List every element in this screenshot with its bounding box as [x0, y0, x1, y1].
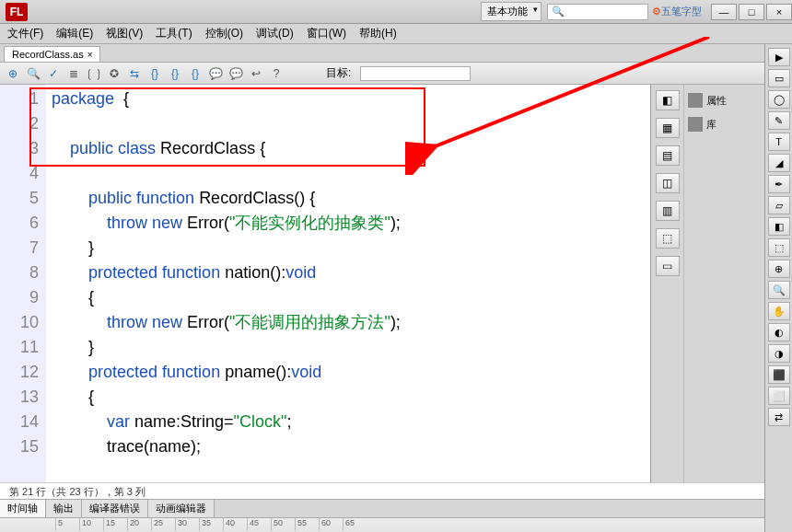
tool-4[interactable]: T: [768, 133, 790, 151]
bottom-tab-3[interactable]: 动画编辑器: [148, 500, 215, 517]
minimize-button[interactable]: —: [711, 4, 737, 20]
tool-10[interactable]: ⊕: [768, 260, 790, 278]
document-tab-bar: RecordClass.as ×: [0, 44, 792, 63]
actions-toolbar: ⊕ 🔍 ✓ ≣ ❲❳ ✪ ⇆ {} {} {} 💬 💬 ↩ ? 目标:: [0, 63, 792, 85]
ime-indicator: ⚙五笔字型: [652, 5, 702, 18]
panel-btn-3[interactable]: ◫: [656, 173, 680, 193]
menu-编辑[interactable]: 编辑(E): [56, 26, 93, 41]
bottom-tab-bar: 时间轴输出编译器错误动画编辑器: [0, 499, 792, 517]
comment-icon[interactable]: 💬: [208, 66, 223, 81]
workspace-dropdown[interactable]: 基本功能: [481, 2, 542, 21]
tool-1[interactable]: ▭: [768, 69, 790, 87]
panel-btn-5[interactable]: ⬚: [656, 228, 680, 249]
brace3-icon[interactable]: {}: [188, 66, 203, 81]
timeline-panel[interactable]: 5101520253035404550556065: [0, 517, 792, 532]
tool-17[interactable]: ⇄: [768, 408, 790, 426]
format-icon[interactable]: ≣: [66, 66, 81, 81]
menu-工具[interactable]: 工具(T): [156, 26, 192, 41]
wrap-icon[interactable]: ↩: [249, 66, 263, 81]
close-button[interactable]: ×: [766, 4, 792, 20]
panel-btn-2[interactable]: ▤: [656, 145, 680, 166]
bottom-tab-1[interactable]: 输出: [46, 500, 82, 517]
tool-9[interactable]: ⬚: [768, 238, 790, 257]
tool-14[interactable]: ◑: [768, 344, 790, 363]
document-tab[interactable]: RecordClass.as ×: [4, 46, 100, 62]
search-input[interactable]: 🔍: [547, 4, 648, 20]
add-icon[interactable]: ⊕: [6, 66, 20, 81]
maximize-button[interactable]: □: [739, 4, 764, 20]
app-logo: FL: [6, 3, 28, 21]
menu-窗口[interactable]: 窗口(W): [307, 26, 346, 41]
bottom-tab-0[interactable]: 时间轴: [0, 500, 46, 517]
code-area[interactable]: package { public class RecordClass { pub…: [46, 85, 650, 482]
tool-16[interactable]: ⬜: [768, 387, 790, 405]
tool-7[interactable]: ▱: [768, 196, 790, 214]
title-bar: FL 基本功能 🔍 ⚙五笔字型 — □ ×: [0, 0, 792, 24]
collapse-icon[interactable]: ⇆: [127, 66, 142, 81]
help-icon[interactable]: ?: [269, 66, 284, 81]
tool-0[interactable]: ▶: [768, 48, 790, 66]
menu-文件[interactable]: 文件(F): [7, 26, 43, 41]
check-icon[interactable]: ✓: [46, 66, 61, 81]
tool-12[interactable]: ✋: [768, 302, 790, 320]
tool-8[interactable]: ◧: [768, 217, 790, 236]
tool-13[interactable]: ◐: [768, 323, 790, 341]
tool-3[interactable]: ✎: [768, 111, 790, 130]
target-dropdown[interactable]: [360, 66, 471, 81]
properties-icon: [688, 93, 703, 108]
menu-帮助[interactable]: 帮助(H): [359, 26, 397, 41]
line-gutter: 123456789101112131415: [0, 85, 46, 482]
panel-btn-0[interactable]: ◧: [656, 90, 680, 110]
tool-5[interactable]: ◢: [768, 154, 790, 172]
tool-6[interactable]: ✒: [768, 175, 790, 193]
menu-控制[interactable]: 控制(O): [205, 26, 243, 41]
hint-icon[interactable]: ❲❳: [87, 66, 101, 81]
panel-btn-6[interactable]: ▭: [656, 256, 680, 276]
tab-close-icon[interactable]: ×: [87, 50, 93, 60]
tool-15[interactable]: ⬛: [768, 365, 790, 384]
tool-11[interactable]: 🔍: [768, 281, 790, 299]
tools-panel: ▶▭◯✎T◢✒▱◧⬚⊕🔍✋◐◑⬛⬜⇄: [764, 44, 792, 532]
tool-2[interactable]: ◯: [768, 90, 790, 109]
panel-btn-1[interactable]: ▦: [656, 118, 680, 138]
menu-视图[interactable]: 视图(V): [106, 26, 143, 41]
brace1-icon[interactable]: {}: [147, 66, 162, 81]
menu-bar: 文件(F)编辑(E)视图(V)工具(T)控制(O)调试(D)窗口(W)帮助(H): [0, 24, 792, 44]
menu-调试[interactable]: 调试(D): [256, 26, 294, 41]
debug-icon[interactable]: ✪: [107, 66, 122, 81]
library-icon: [688, 117, 703, 132]
find-icon[interactable]: 🔍: [26, 66, 41, 81]
code-editor[interactable]: 123456789101112131415 package { public c…: [0, 85, 650, 482]
status-bar: 第 21 行（共 23 行），第 3 列: [0, 482, 792, 499]
brace2-icon[interactable]: {}: [168, 66, 182, 81]
panel-btn-4[interactable]: ▥: [656, 201, 680, 221]
uncomment-icon[interactable]: 💬: [228, 66, 243, 81]
target-label: 目标:: [326, 65, 351, 81]
bottom-tab-2[interactable]: 编译器错误: [82, 500, 148, 517]
tab-label: RecordClass.as: [12, 49, 84, 60]
